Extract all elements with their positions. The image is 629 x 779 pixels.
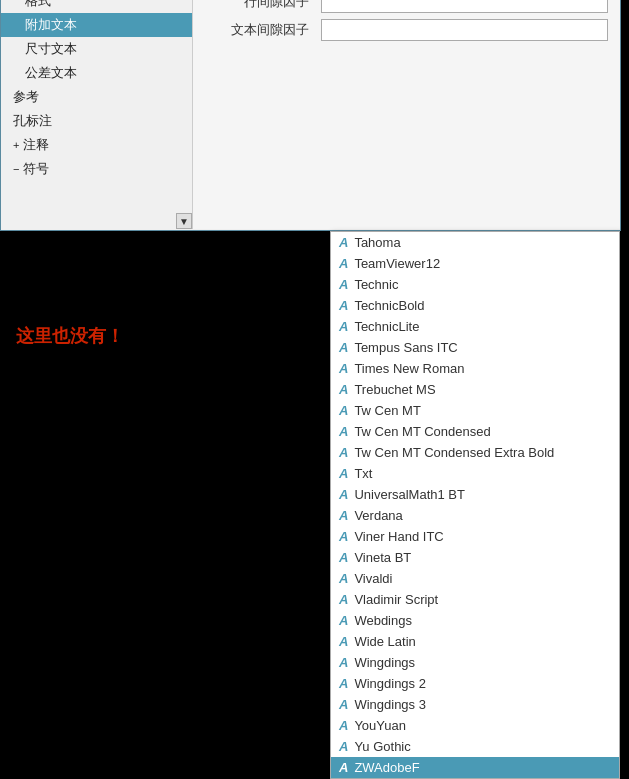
font-item-icon: A [339,424,348,439]
param-label-6: 文本间隙因子 [205,21,309,39]
font-item-icon: A [339,403,348,418]
font-item-icon: A [339,256,348,271]
font-item[interactable]: ATechnic [331,274,619,295]
sidebar-item-tolerance-text[interactable]: 公差文本 [1,61,192,85]
font-item-icon: A [339,298,348,313]
font-item[interactable]: ATeamViewer12 [331,253,619,274]
font-item-icon: A [339,382,348,397]
font-item-label: Tempus Sans ITC [354,340,457,355]
main-area: ▲ 折线 窄尺寸 单侧尺寸 尺寸集 倒斜角 尺寸线 径向 坐标 −文本 单位 方… [1,0,620,229]
font-item[interactable]: ATrebuchet MS [331,379,619,400]
font-item[interactable]: ATw Cen MT [331,400,619,421]
font-list[interactable]: ATahomaATeamViewer12ATechnicATechnicBold… [331,232,619,440]
font-item-icon: A [339,361,348,376]
font-item[interactable]: ATechnicLite [331,316,619,337]
annotation-toggle: + [13,139,19,151]
content-panel: 范围 ∧ 应用于整个尺寸 格式 ∧ Arial ▼ [193,0,620,229]
font-item-icon: A [339,319,348,334]
font-item[interactable]: ATimes New Roman [331,358,619,379]
font-item-icon: A [339,340,348,355]
sidebar-item-reference[interactable]: 参考 [1,85,192,109]
symbol-toggle: − [13,163,19,175]
font-item-label: Technic [354,277,398,292]
sidebar-item-hole-mark[interactable]: 孔标注 [1,109,192,133]
font-dropdown: ATahomaATeamViewer12ATechnicATechnicBold… [330,231,620,440]
sidebar-item-annotation[interactable]: +注释 [1,133,192,157]
font-item-label: TechnicLite [354,319,419,334]
font-item[interactable]: ATahoma [331,232,619,253]
font-item-label: Tw Cen MT [354,403,420,418]
sidebar: ▲ 折线 窄尺寸 单侧尺寸 尺寸集 倒斜角 尺寸线 径向 坐标 −文本 单位 方… [1,0,193,229]
font-item-label: Tw Cen MT Condensed [354,424,490,439]
sidebar-item-addon-text[interactable]: 附加文本 [1,13,192,37]
font-item-icon: A [339,277,348,292]
bottom-area: 这里也没有！ [0,231,330,440]
sidebar-item-size-text[interactable]: 尺寸文本 [1,37,192,61]
sidebar-item-format[interactable]: 格式 [1,0,192,13]
param-input-6[interactable] [321,19,608,41]
sidebar-scroll-down[interactable]: ▼ [176,213,192,229]
font-item[interactable]: ATechnicBold [331,295,619,316]
font-item-label: TechnicBold [354,298,424,313]
main-window: ✏ 制图首选项 ↕ ✕ 🔍 查找 ▲ 折线 窄尺寸 单侧尺寸 尺寸集 倒斜角 尺… [0,0,621,231]
bottom-text: 这里也没有！ [16,324,124,348]
param-input-5[interactable] [321,0,608,13]
params-grid: 高度 NX 字体间隙因子 标准字体间隙因子 文本宽高比 符号宽高比 行间隙因子 … [205,0,608,41]
font-item-icon: A [339,235,348,250]
font-item[interactable]: ATw Cen MT Condensed [331,421,619,440]
font-item-label: TeamViewer12 [354,256,440,271]
param-label-5: 行间隙因子 [205,0,309,11]
font-item-label: Tahoma [354,235,400,250]
font-item[interactable]: ATempus Sans ITC [331,337,619,358]
font-item-label: Trebuchet MS [354,382,435,397]
font-item-label: Times New Roman [354,361,464,376]
sidebar-item-symbol[interactable]: −符号 [1,157,192,181]
